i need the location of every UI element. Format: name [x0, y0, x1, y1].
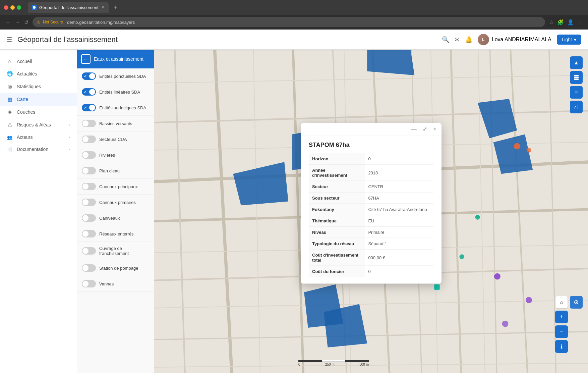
- address-url: demo.geosanitation.mg/map/layers: [67, 20, 135, 25]
- svg-point-35: [494, 273, 501, 280]
- layer-label-3: Entités surfaciques SDA: [99, 105, 146, 110]
- sidebar-item-actualites[interactable]: 🌐 Actualités: [0, 67, 77, 80]
- toggle-cannaux-principaux[interactable]: [82, 183, 96, 190]
- user-profile[interactable]: L Lova ANDRIARIMALALA: [478, 34, 551, 45]
- address-bar[interactable]: ⚠ Not Secure demo.geosanitation.mg/map/l…: [33, 17, 545, 27]
- zoom-in-button[interactable]: +: [555, 311, 568, 323]
- security-icon: ⚠: [37, 20, 40, 24]
- toggle-station-pompage[interactable]: [82, 264, 96, 272]
- sidebar-label-acteurs: Acteurs: [17, 135, 65, 140]
- sidebar-item-carte[interactable]: ▦ Carte: [0, 93, 77, 106]
- svg-rect-42: [574, 75, 579, 76]
- dot-yellow[interactable]: [10, 5, 15, 10]
- toggle-entites-ponctuelles[interactable]: ✓: [82, 72, 96, 80]
- scale-segment-1: [298, 360, 322, 362]
- doc-icon: 📄: [7, 147, 13, 152]
- field-value-annee: 2018: [365, 164, 433, 181]
- header-actions: 🔍 ✉ 🔔 L Lova ANDRIARIMALALA Light ▾: [442, 34, 581, 45]
- layer-label-13: Station de pompage: [99, 266, 138, 271]
- sidebar: ⌂ Accueil 🌐 Actualités ◎ Statistiques ▦ …: [0, 50, 77, 373]
- new-tab-button[interactable]: +: [114, 4, 118, 10]
- dot-green[interactable]: [17, 5, 21, 10]
- reload-button[interactable]: ↺: [24, 19, 28, 25]
- toggle-rivieres[interactable]: [82, 151, 96, 159]
- sidebar-item-documentation[interactable]: 📄 Documentation ›: [0, 143, 77, 155]
- toggle-knob-8: [82, 183, 89, 190]
- toggle-caniveaux[interactable]: [82, 214, 96, 222]
- map-scale: 0 250 m 500 m: [298, 360, 369, 366]
- warning-icon: ⚠: [7, 122, 13, 128]
- browser-chrome: Géoportail de l'assainissement ✕ + ← → ↺…: [0, 0, 588, 30]
- tab-close-icon[interactable]: ✕: [101, 5, 105, 10]
- layer-label-8: Cannaux principaux: [99, 184, 138, 189]
- sidebar-label-carte: Carte: [17, 97, 70, 102]
- toggle-knob-14: [82, 281, 89, 287]
- layer-label-14: Vannes: [99, 281, 114, 286]
- popup-close-button[interactable]: ×: [432, 126, 437, 132]
- toggle-knob-13: [82, 265, 89, 271]
- table-row: Horizon 0: [309, 153, 433, 165]
- browser-tab[interactable]: Géoportail de l'assainissement ✕: [28, 2, 109, 13]
- list-view-button[interactable]: ≡: [570, 86, 583, 99]
- toggle-bassins-versants[interactable]: [82, 120, 96, 127]
- popup-resize-button[interactable]: ⤢: [421, 126, 428, 132]
- bookmark-icon[interactable]: ☆: [549, 19, 554, 25]
- small-icon-button[interactable]: [570, 296, 583, 309]
- zoom-out-button[interactable]: −: [555, 325, 568, 338]
- search-button[interactable]: 🔍: [442, 36, 449, 43]
- popup-minimize-button[interactable]: —: [410, 126, 418, 132]
- field-value-secteur: CENTR: [365, 181, 433, 192]
- toggle-entites-surfaciques[interactable]: ✓: [82, 104, 96, 111]
- layer-label-12: Ouvrage de franchissement: [99, 246, 149, 256]
- sidebar-item-risques[interactable]: ⚠ Risques & Aléas ›: [0, 118, 77, 131]
- field-label-cout-foncier: Coût du foncier: [309, 266, 365, 277]
- toggle-knob-7: [82, 168, 89, 174]
- layer-label-11: Réseaux enterrés: [99, 231, 134, 236]
- theme-button[interactable]: Light ▾: [557, 35, 581, 45]
- toggle-knob-2: [89, 89, 95, 95]
- sidebar-item-acteurs[interactable]: 👥 Acteurs ›: [0, 131, 77, 143]
- info-button[interactable]: ℹ: [555, 340, 568, 353]
- tab-label: Géoportail de l'assainissement: [39, 5, 99, 10]
- field-label-secteur: Secteur: [309, 181, 365, 192]
- back-button[interactable]: ←: [5, 19, 11, 25]
- toggle-cannaux-primaires[interactable]: [82, 199, 96, 206]
- toggle-knob: [89, 73, 95, 79]
- toggle-vannes[interactable]: [82, 280, 96, 287]
- layer-item-reseaux-enterres: Réseaux enterrés: [77, 226, 154, 242]
- field-value-horizon: 0: [365, 153, 433, 165]
- dot-red[interactable]: [4, 5, 8, 10]
- scale-segment-2: [322, 360, 345, 362]
- toggle-entites-lineaires[interactable]: ✓: [82, 88, 96, 96]
- layer-item-cannaux-primaires: Cannaux primaires: [77, 195, 154, 210]
- sidebar-item-accueil[interactable]: ⌂ Accueil: [0, 55, 77, 67]
- forward-button[interactable]: →: [15, 19, 20, 25]
- field-label-typologie: Typologie du réseau: [309, 238, 365, 249]
- sidebar-item-couches[interactable]: ◈ Couches: [0, 106, 77, 118]
- menu-icon[interactable]: ☰: [7, 36, 12, 43]
- layers-toggle-button[interactable]: [570, 71, 583, 84]
- map-container[interactable]: ▲ ≡ 🖨 ⌂: [154, 50, 588, 373]
- map-background: ▲ ≡ 🖨 ⌂: [154, 50, 588, 373]
- mail-button[interactable]: ✉: [455, 36, 460, 43]
- print-button[interactable]: 🖨: [570, 101, 583, 113]
- app-body: ⌂ Accueil 🌐 Actualités ◎ Statistiques ▦ …: [0, 50, 588, 373]
- sidebar-label-couches: Couches: [17, 109, 70, 115]
- field-value-thematique: EU: [365, 215, 433, 226]
- layers-back-button[interactable]: ←: [81, 54, 91, 64]
- navigation-button[interactable]: ▲: [570, 56, 583, 69]
- toggle-ouvrage-franchissement[interactable]: [82, 247, 96, 255]
- sidebar-label-accueil: Accueil: [17, 59, 70, 64]
- bell-button[interactable]: 🔔: [465, 36, 472, 43]
- more-icon[interactable]: ⋮: [577, 19, 583, 25]
- toggle-reseaux-enterres[interactable]: [82, 230, 96, 237]
- profile-icon[interactable]: 👤: [567, 19, 574, 25]
- sidebar-item-statistiques[interactable]: ◎ Statistiques: [0, 80, 77, 93]
- back-arrow-icon: ←: [83, 56, 88, 62]
- toggle-plan-eau[interactable]: [82, 167, 96, 174]
- svg-rect-43: [574, 77, 579, 78]
- field-label-thematique: Thématique: [309, 215, 365, 226]
- extension-icon[interactable]: 🧩: [557, 19, 564, 25]
- home-map-button[interactable]: ⌂: [555, 296, 568, 309]
- toggle-secteurs-cua[interactable]: [82, 136, 96, 143]
